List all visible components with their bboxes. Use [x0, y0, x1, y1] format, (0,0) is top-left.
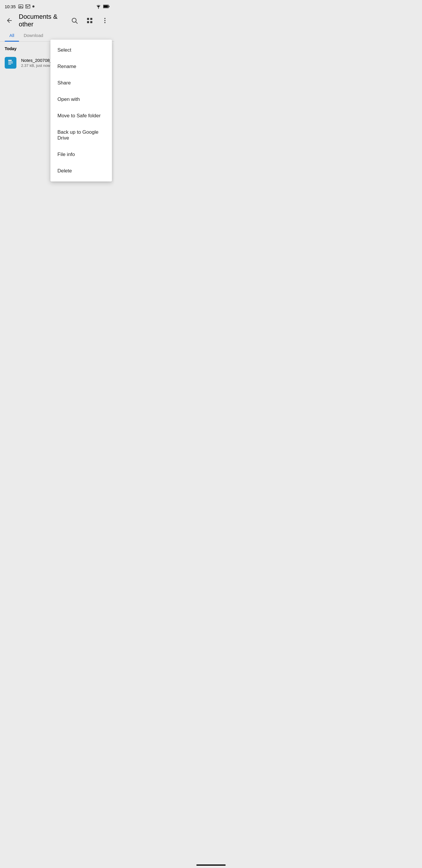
menu-item-move-to-safe-folder[interactable]: Move to Safe folder [51, 107, 112, 124]
menu-item-open-with[interactable]: Open with [51, 91, 112, 107]
menu-item-back-up-to-google-drive[interactable]: Back up to Google Drive [51, 124, 112, 146]
context-menu: Select Rename Share Open with Move to Sa… [51, 39, 112, 182]
menu-item-delete[interactable]: Delete [51, 163, 112, 179]
menu-item-select[interactable]: Select [51, 42, 112, 58]
menu-item-file-info[interactable]: File info [51, 146, 112, 163]
menu-item-rename[interactable]: Rename [51, 58, 112, 75]
menu-item-share[interactable]: Share [51, 75, 112, 91]
